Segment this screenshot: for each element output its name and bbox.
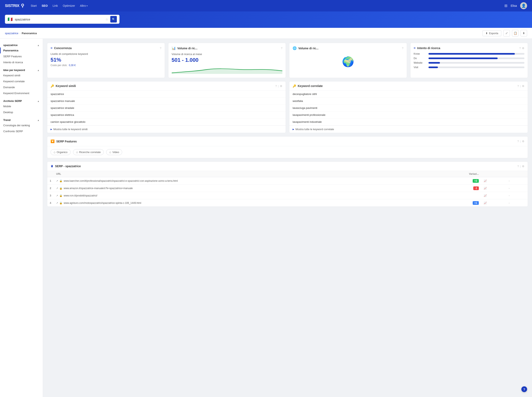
- sidebar-item-keyword-correlate[interactable]: Keyword correlate: [0, 78, 43, 84]
- badge-1: +3: [473, 179, 479, 183]
- keyword-simili-item-0[interactable]: spazzatrice: [47, 91, 286, 98]
- keyword-simili-show-more[interactable]: ▶ Mostra tutte le keyword simili: [47, 125, 286, 133]
- serp-tag-organico[interactable]: ◇ Organico: [50, 149, 71, 155]
- arrow-icon-2[interactable]: →: [508, 187, 510, 190]
- keyword-correlate-item-2[interactable]: lavasciuga pavimenti: [289, 105, 528, 112]
- sidebar-item-serp-features[interactable]: SERP Features: [0, 53, 43, 59]
- main-layout: spazzatrice ▲ Panoramica SERP Features I…: [0, 39, 532, 397]
- chart-cell-3[interactable]: 📈: [481, 192, 505, 199]
- bookmark-button[interactable]: 📋: [512, 30, 519, 37]
- concorrenza-help[interactable]: ?: [160, 47, 161, 50]
- arrow-cell-4[interactable]: →: [505, 199, 528, 207]
- sidebar-section-header-archivio[interactable]: Archivio SERP ▲: [0, 98, 43, 103]
- sidebar-item-intento[interactable]: Intento di ricerca: [0, 59, 43, 65]
- chart-cell-1[interactable]: 📈: [481, 177, 505, 185]
- serp-table-settings[interactable]: ⚙: [522, 165, 524, 168]
- chart-cell-4[interactable]: 📈: [481, 199, 505, 207]
- arrow-cell-3[interactable]: →: [505, 192, 528, 199]
- arrow-cell-2[interactable]: →: [505, 185, 528, 192]
- serp-features-settings[interactable]: ⚙: [522, 140, 524, 143]
- nav-optimizer[interactable]: Optimizer: [63, 4, 75, 7]
- nav-start[interactable]: Start: [31, 4, 37, 7]
- rank-2: 2: [47, 185, 54, 192]
- sidebar-item-desktop[interactable]: Desktop: [0, 109, 43, 115]
- serp-features-help[interactable]: ?: [517, 140, 519, 143]
- intent-do-bar-bg: [428, 57, 525, 59]
- sidebar-section-idee: Idee per keyword ▲ Keyword simili Keywor…: [0, 67, 43, 96]
- keyword-simili-item-1[interactable]: spazzatrice manuale: [47, 98, 286, 105]
- arrow-icon-3[interactable]: →: [508, 194, 510, 197]
- star-icon[interactable]: ☆: [105, 17, 108, 21]
- nav-seo[interactable]: SEO: [42, 4, 48, 7]
- export-button[interactable]: ⬇ Esporta: [483, 30, 501, 36]
- concorrenza-actions: ?: [160, 47, 161, 50]
- intento-rows: Know Do Website: [414, 52, 525, 69]
- sidebar-item-mobile[interactable]: Mobile: [0, 103, 43, 109]
- sidebar-item-keyword-simili[interactable]: Keyword simili: [0, 72, 43, 78]
- badge-4: +1: [473, 201, 479, 205]
- serp-table-help[interactable]: ?: [517, 165, 519, 168]
- tag-icon-organico: ◇: [54, 151, 56, 154]
- keyword-correlate-help[interactable]: ?: [517, 85, 519, 87]
- volume-global-help[interactable]: ?: [402, 47, 403, 50]
- sidebar-item-domande[interactable]: Domande: [0, 84, 43, 90]
- search-button[interactable]: 🔍: [110, 16, 117, 23]
- chart-icon-4[interactable]: 📈: [484, 202, 487, 205]
- keyword-correlate-item-4[interactable]: lavapavimenti industriale: [289, 118, 528, 125]
- sidebar-section-header-spazzatrice[interactable]: spazzatrice ▲: [0, 42, 43, 48]
- search-input[interactable]: [15, 18, 103, 21]
- serp-tag-ricerche[interactable]: ◇ Ricerche correlate: [73, 149, 104, 155]
- nav-altro[interactable]: Altro ▾: [80, 4, 88, 7]
- sidebar-item-cronologia[interactable]: Cronologia dei ranking: [0, 122, 43, 128]
- keyword-correlate-item-3[interactable]: lavapavimenti professionale: [289, 112, 528, 118]
- chevron-up-icon: ▲: [37, 44, 39, 46]
- col-rank: [47, 171, 54, 177]
- share-icon: ⤢: [505, 31, 508, 35]
- sidebar-section-header-trend[interactable]: Trend ▲: [0, 117, 43, 122]
- keyword-simili-item-3[interactable]: spazzatrice elettrica: [47, 112, 286, 118]
- arrow-icon-4[interactable]: →: [508, 202, 510, 205]
- serp-table: URL Variazi... 1 ↗ 🔒 w: [47, 171, 528, 206]
- url-text-2[interactable]: www.amazon.it/spazzatrice-manuale/s?k=sp…: [64, 187, 133, 190]
- serp-tag-video[interactable]: ◇ Video: [106, 149, 122, 155]
- sidebar-section-header-idee[interactable]: Idee per keyword ▲: [0, 67, 43, 72]
- url-text-1[interactable]: www.kaercher.com/it/professional/spazzat…: [64, 180, 178, 182]
- help-button[interactable]: ?: [521, 386, 527, 392]
- chevron-right-icon: ▶: [50, 128, 52, 130]
- sidebar-item-panoramica[interactable]: Panoramica: [0, 48, 43, 53]
- arrow-cell-1[interactable]: →: [505, 177, 528, 185]
- concorrenza-cpc-link[interactable]: 0,30 €: [69, 64, 75, 67]
- chart-icon-3[interactable]: 📈: [484, 194, 487, 197]
- keyword-correlate-show-more[interactable]: ▶ Mostra tutte le keyword correlate: [289, 125, 528, 133]
- keyword-simili-item-2[interactable]: spazzatrice stradale: [47, 105, 286, 112]
- keyword-simili-help[interactable]: ?: [275, 85, 277, 87]
- breadcrumb-root[interactable]: spazzatrice: [5, 32, 19, 35]
- sidebar-section-title-trend: Trend: [3, 118, 10, 122]
- keyword-simili-settings[interactable]: ⚙: [280, 85, 282, 87]
- intento-help[interactable]: ?: [519, 47, 521, 50]
- share-button[interactable]: ⤢: [503, 30, 510, 37]
- intento-settings[interactable]: ⚙: [522, 47, 524, 50]
- chart-icon-1[interactable]: 📈: [484, 180, 487, 182]
- serp-table-header: 🖥 SERP - spazzatrice ? | ⚙: [47, 162, 528, 171]
- keyword-correlate-settings[interactable]: ⚙: [522, 85, 524, 87]
- url-text-4[interactable]: www.agrieuro.com/motospazzatrici/spazzat…: [64, 202, 141, 205]
- content-area: ≡ Concorrenza ? Livello di competizione …: [43, 39, 532, 397]
- arrow-icon-1[interactable]: →: [508, 180, 510, 182]
- volume-month-title: 📊 Volume di ric...: [172, 46, 198, 50]
- sidebar-item-keyword-env[interactable]: Keyword Environment: [0, 90, 43, 96]
- url-text-3[interactable]: www.rcm.it/prodotti/spazzatrici/: [64, 194, 97, 197]
- url-cell-3: ↗ 🔒 www.rcm.it/prodotti/spazzatrici/: [54, 192, 437, 199]
- keyword-correlate-item-0[interactable]: decespugliatore stihl: [289, 91, 528, 98]
- keyword-correlate-item-1[interactable]: westfalia: [289, 98, 528, 105]
- chart-cell-2[interactable]: 📈: [481, 185, 505, 192]
- volume-month-label: Volume di ricerca al mese: [172, 53, 283, 56]
- download2-button[interactable]: ⬇: [520, 30, 527, 37]
- chart-icon-2[interactable]: 📈: [484, 187, 487, 190]
- serp-features-icon: 🔽: [50, 139, 55, 143]
- keyword-simili-item-4[interactable]: camion spazzatrice giocattolo: [47, 118, 286, 125]
- sidebar-item-confronto[interactable]: Confronto SERP: [0, 128, 43, 134]
- grid-icon[interactable]: ⊞: [504, 3, 507, 8]
- nav-link[interactable]: Link: [53, 4, 58, 7]
- volume-month-help[interactable]: ?: [281, 47, 282, 50]
